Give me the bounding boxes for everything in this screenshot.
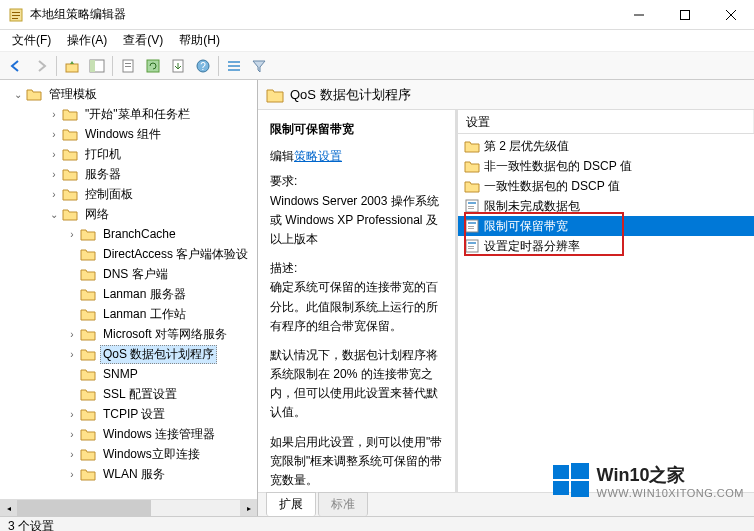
expand-icon[interactable] xyxy=(66,308,78,320)
setting-icon xyxy=(464,198,480,214)
folder-icon xyxy=(62,126,78,142)
tree-label: Microsoft 对等网络服务 xyxy=(100,325,230,344)
list-item[interactable]: 设置定时器分辨率 xyxy=(458,236,754,256)
expand-icon[interactable]: › xyxy=(66,428,78,440)
menu-help[interactable]: 帮助(H) xyxy=(171,30,228,51)
settings-list-panel: 设置 第 2 层优先级值非一致性数据包的 DSCP 值一致性数据包的 DSCP … xyxy=(458,110,754,492)
tree-label: 打印机 xyxy=(82,145,124,164)
list-item[interactable]: 限制未完成数据包 xyxy=(458,196,754,216)
svg-text:?: ? xyxy=(200,61,206,72)
close-button[interactable] xyxy=(708,0,754,30)
expand-icon[interactable]: › xyxy=(66,468,78,480)
tree-label: WLAN 服务 xyxy=(100,465,168,484)
tree-item[interactable]: ›控制面板 xyxy=(0,184,257,204)
main-area: ⌄ 管理模板 ›"开始"菜单和任务栏›Windows 组件›打印机›服务器›控制… xyxy=(0,80,754,516)
tree-item[interactable]: SNMP xyxy=(0,364,257,384)
tree-item[interactable]: DNS 客户端 xyxy=(0,264,257,284)
expand-icon[interactable]: › xyxy=(48,108,60,120)
tree-item[interactable]: DirectAccess 客户端体验设 xyxy=(0,244,257,264)
up-button[interactable] xyxy=(60,54,84,78)
toolbar-separator xyxy=(112,56,113,76)
refresh-button[interactable] xyxy=(141,54,165,78)
export-button[interactable] xyxy=(166,54,190,78)
menu-file[interactable]: 文件(F) xyxy=(4,30,59,51)
tree-label: Lanman 工作站 xyxy=(100,305,189,324)
list-item[interactable]: 一致性数据包的 DSCP 值 xyxy=(458,176,754,196)
expand-icon[interactable]: › xyxy=(66,448,78,460)
expand-icon[interactable]: › xyxy=(48,168,60,180)
tree-item[interactable]: ›打印机 xyxy=(0,144,257,164)
expand-icon[interactable] xyxy=(66,268,78,280)
help-button[interactable]: ? xyxy=(191,54,215,78)
folder-icon xyxy=(266,86,284,104)
tree-label: DNS 客户端 xyxy=(100,265,171,284)
expand-icon[interactable]: ⌄ xyxy=(48,208,60,220)
tree-label: Lanman 服务器 xyxy=(100,285,189,304)
tree-item[interactable]: ›WLAN 服务 xyxy=(0,464,257,484)
list-item-label: 限制可保留带宽 xyxy=(484,218,568,235)
tree-item[interactable]: ⌄网络 xyxy=(0,204,257,224)
expand-icon[interactable]: › xyxy=(66,408,78,420)
folder-icon xyxy=(80,306,96,322)
expand-icon[interactable]: › xyxy=(48,188,60,200)
back-button[interactable] xyxy=(4,54,28,78)
tree-label: 网络 xyxy=(82,205,112,224)
scroll-right-button[interactable]: ▸ xyxy=(240,500,257,516)
description-para2: 默认情况下，数据包计划程序将系统限制在 20% 的连接带宽之内，但可以使用此设置… xyxy=(270,346,443,423)
tree-item[interactable]: ›Windows 连接管理器 xyxy=(0,424,257,444)
tree-item[interactable]: Lanman 工作站 xyxy=(0,304,257,324)
tree-item[interactable]: SSL 配置设置 xyxy=(0,384,257,404)
minimize-button[interactable] xyxy=(616,0,662,30)
details-view-button[interactable] xyxy=(222,54,246,78)
tree-pane[interactable]: ⌄ 管理模板 ›"开始"菜单和任务栏›Windows 组件›打印机›服务器›控制… xyxy=(0,80,258,516)
show-tree-button[interactable] xyxy=(85,54,109,78)
tree-root[interactable]: ⌄ 管理模板 xyxy=(0,84,257,104)
folder-icon xyxy=(464,138,480,154)
list-body[interactable]: 第 2 层优先级值非一致性数据包的 DSCP 值一致性数据包的 DSCP 值限制… xyxy=(458,134,754,258)
tab-extended[interactable]: 扩展 xyxy=(266,492,316,516)
svg-rect-20 xyxy=(228,69,240,71)
folder-icon xyxy=(62,106,78,122)
tree-item[interactable]: Lanman 服务器 xyxy=(0,284,257,304)
tree-item[interactable]: ›Windows立即连接 xyxy=(0,444,257,464)
tree-item[interactable]: ›BranchCache xyxy=(0,224,257,244)
expand-icon[interactable]: › xyxy=(66,348,78,360)
status-text: 3 个设置 xyxy=(8,518,54,531)
forward-button[interactable] xyxy=(29,54,53,78)
tree-item[interactable]: ›Windows 组件 xyxy=(0,124,257,144)
content-header: QoS 数据包计划程序 xyxy=(258,80,754,110)
tree-item[interactable]: ›服务器 xyxy=(0,164,257,184)
collapse-icon[interactable]: ⌄ xyxy=(12,88,24,100)
tab-standard[interactable]: 标准 xyxy=(318,492,368,516)
maximize-button[interactable] xyxy=(662,0,708,30)
menu-action[interactable]: 操作(A) xyxy=(59,30,115,51)
expand-icon[interactable] xyxy=(66,248,78,260)
edit-policy-link[interactable]: 策略设置 xyxy=(294,149,342,163)
expand-icon[interactable]: › xyxy=(48,128,60,140)
app-icon xyxy=(8,7,24,23)
properties-button[interactable] xyxy=(116,54,140,78)
tree-item[interactable]: ›TCPIP 设置 xyxy=(0,404,257,424)
expand-icon[interactable]: › xyxy=(66,328,78,340)
tree-item[interactable]: ›QoS 数据包计划程序 xyxy=(0,344,257,364)
filter-button[interactable] xyxy=(247,54,271,78)
tree-scrollbar[interactable]: ◂ ▸ xyxy=(0,499,257,516)
expand-icon[interactable]: › xyxy=(66,228,78,240)
description-text: 确定系统可保留的连接带宽的百分比。此值限制系统上运行的所有程序的组合带宽保留。 xyxy=(270,278,443,336)
list-item[interactable]: 限制可保留带宽 xyxy=(458,216,754,236)
tree-label: SSL 配置设置 xyxy=(100,385,180,404)
menu-view[interactable]: 查看(V) xyxy=(115,30,171,51)
tree-item[interactable]: ›"开始"菜单和任务栏 xyxy=(0,104,257,124)
svg-rect-23 xyxy=(468,206,474,207)
scroll-left-button[interactable]: ◂ xyxy=(0,500,17,516)
expand-icon[interactable] xyxy=(66,368,78,380)
tree-item[interactable]: ›Microsoft 对等网络服务 xyxy=(0,324,257,344)
expand-icon[interactable] xyxy=(66,288,78,300)
column-header-setting[interactable]: 设置 xyxy=(458,110,754,133)
tree-label: TCPIP 设置 xyxy=(100,405,168,424)
expand-icon[interactable]: › xyxy=(48,148,60,160)
list-item[interactable]: 非一致性数据包的 DSCP 值 xyxy=(458,156,754,176)
expand-icon[interactable] xyxy=(66,388,78,400)
list-item[interactable]: 第 2 层优先级值 xyxy=(458,136,754,156)
list-item-label: 一致性数据包的 DSCP 值 xyxy=(484,178,620,195)
